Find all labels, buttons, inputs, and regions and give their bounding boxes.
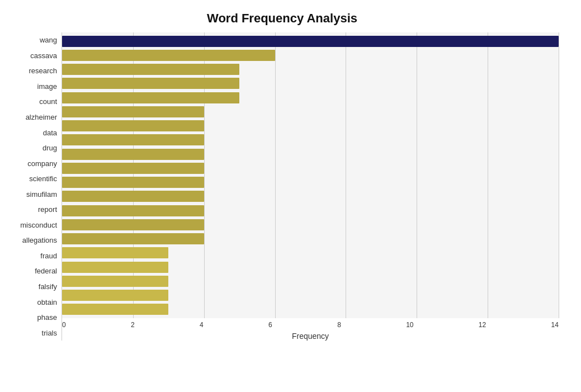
x-ticks: 02468101214 [62, 321, 559, 329]
x-tick-14: 14 [551, 321, 559, 329]
chart-title: Word Frequency Analysis [6, 11, 559, 26]
bar-report [62, 191, 204, 202]
bar-row-data [62, 119, 559, 133]
y-label-company: company [27, 155, 57, 171]
bar-company [62, 149, 204, 160]
bar-row-falsify [62, 260, 559, 274]
bar-simufilam [62, 177, 204, 188]
bar-row-report [62, 190, 559, 204]
x-tick-10: 10 [406, 321, 413, 329]
bar-allegations [62, 219, 204, 230]
x-tick-4: 4 [200, 321, 204, 329]
bar-row-count [62, 91, 559, 105]
y-label-wang: wang [40, 32, 57, 48]
bar-federal [62, 247, 168, 258]
bar-drug [62, 134, 204, 145]
y-label-misconduct: misconduct [20, 218, 57, 233]
y-label-data: data [43, 125, 57, 140]
x-axis-label: Frequency [292, 332, 329, 341]
bar-row-alzheimer [62, 105, 559, 119]
bar-row-fraud [62, 232, 559, 246]
bar-misconduct [62, 205, 204, 216]
chart-wrapper: Word Frequency Analysis wangcassavaresea… [0, 0, 581, 392]
bar-trials [62, 304, 168, 315]
bar-row-allegations [62, 218, 559, 232]
x-tick-8: 8 [337, 321, 341, 329]
y-label-count: count [39, 94, 57, 110]
bars-container [62, 32, 559, 318]
y-label-drug: drug [42, 140, 57, 156]
bar-row-company [62, 147, 559, 161]
x-tick-12: 12 [479, 321, 486, 329]
y-label-research: research [29, 63, 57, 79]
y-label-federal: federal [35, 263, 57, 279]
y-label-trials: trials [42, 325, 57, 341]
bar-row-misconduct [62, 204, 559, 218]
chart-container: Word Frequency Analysis wangcassavaresea… [0, 0, 581, 392]
bar-row-image [62, 77, 559, 91]
bar-scientific [62, 163, 204, 174]
y-label-image: image [37, 79, 57, 95]
bar-row-scientific [62, 161, 559, 175]
gridlines-and-bars [62, 32, 559, 318]
x-tick-6: 6 [268, 321, 272, 329]
bar-row-cassava [62, 48, 559, 62]
bar-count [62, 92, 239, 103]
y-label-phase: phase [37, 310, 57, 325]
bar-row-federal [62, 246, 559, 260]
bar-row-simufilam [62, 176, 559, 190]
y-label-falsify: falsify [39, 279, 57, 295]
bar-wang [62, 36, 559, 47]
bar-image [62, 78, 239, 89]
bar-row-research [62, 63, 559, 77]
y-label-scientific: scientific [29, 171, 57, 187]
x-tick-2: 2 [131, 321, 135, 329]
x-tick-0: 0 [62, 321, 66, 329]
bar-row-obtain [62, 274, 559, 288]
bar-data [62, 120, 204, 131]
y-label-fraud: fraud [40, 248, 57, 264]
bar-obtain [62, 276, 168, 287]
y-label-simufilam: simufilam [26, 186, 57, 202]
bar-row-wang [62, 34, 559, 48]
y-label-allegations: allegations [22, 233, 57, 248]
y-label-alzheimer: alzheimer [26, 110, 57, 125]
x-axis-area: 02468101214 Frequency [62, 318, 559, 341]
bar-phase [62, 290, 168, 301]
bar-research [62, 64, 239, 75]
bar-falsify [62, 262, 168, 273]
grid-line-14 [559, 32, 559, 318]
bar-row-trials [62, 303, 559, 317]
bar-row-drug [62, 133, 559, 147]
y-label-obtain: obtain [37, 294, 57, 310]
y-labels: wangcassavaresearchimagecountalzheimerda… [6, 32, 62, 341]
bar-fraud [62, 233, 204, 244]
y-label-report: report [38, 202, 57, 218]
bar-alzheimer [62, 106, 204, 117]
plot-area: 02468101214 Frequency [62, 32, 559, 341]
chart-area: wangcassavaresearchimagecountalzheimerda… [6, 32, 559, 341]
bar-row-phase [62, 289, 559, 303]
y-label-cassava: cassava [30, 48, 57, 64]
bar-cassava [62, 50, 275, 61]
